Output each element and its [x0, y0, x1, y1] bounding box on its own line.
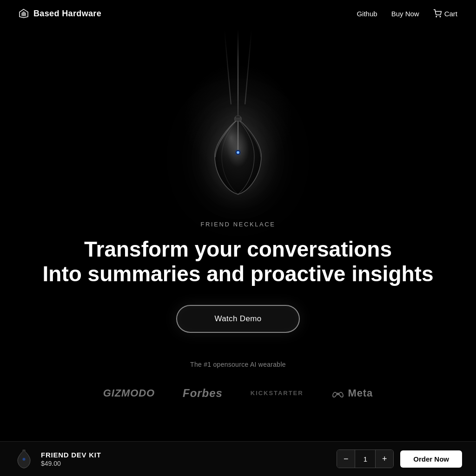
- product-thumbnail: [14, 449, 33, 469]
- logo-area[interactable]: Based Hardware: [19, 8, 101, 19]
- kickstarter-logo: KICKSTARTER: [251, 390, 304, 397]
- pendant-svg: [208, 114, 268, 196]
- brand-name: Based Hardware: [33, 9, 101, 19]
- product-details: FRIEND DEV KIT $49.00: [41, 451, 101, 467]
- nav-links: Github Buy Now Cart: [357, 9, 457, 18]
- product-thumb-icon: [16, 449, 32, 469]
- press-tagline: The #1 opensource AI wearable: [190, 361, 286, 368]
- headline-line1: Transform your conversations: [84, 237, 392, 261]
- order-now-button[interactable]: Order Now: [400, 450, 462, 468]
- buy-now-link[interactable]: Buy Now: [391, 10, 419, 18]
- svg-point-3: [440, 16, 441, 17]
- product-label: FRIEND NECKLACE: [43, 221, 434, 228]
- svg-point-9: [22, 458, 25, 461]
- product-price: $49.00: [41, 460, 101, 467]
- order-controls: − + Order Now: [337, 450, 462, 468]
- cart-icon: [433, 9, 442, 18]
- navbar: Based Hardware Github Buy Now Cart: [0, 0, 476, 27]
- brand-icon: [19, 8, 29, 19]
- qty-plus-button[interactable]: +: [376, 450, 393, 468]
- press-section: The #1 opensource AI wearable GIZMODO Fo…: [103, 361, 373, 400]
- product-info: FRIEND DEV KIT $49.00: [14, 449, 101, 469]
- headline-line2: Into summaries and proactive insights: [43, 262, 434, 286]
- cord-center: [238, 30, 238, 123]
- meta-icon: [331, 389, 344, 397]
- hero-section: FRIEND NECKLACE Transform your conversat…: [0, 0, 476, 400]
- hero-text: FRIEND NECKLACE Transform your conversat…: [43, 221, 434, 333]
- svg-point-6: [238, 152, 239, 153]
- product-image: [168, 30, 308, 207]
- svg-rect-8: [236, 116, 240, 118]
- press-logos: GIZMODO Forbes KICKSTARTER Meta: [103, 387, 373, 400]
- forbes-logo: Forbes: [183, 387, 223, 400]
- qty-input[interactable]: [355, 450, 376, 468]
- qty-minus-button[interactable]: −: [337, 450, 355, 468]
- gizmodo-logo: GIZMODO: [103, 387, 155, 399]
- cord-left: [224, 30, 231, 105]
- quantity-stepper: − +: [337, 450, 394, 468]
- github-link[interactable]: Github: [357, 10, 377, 18]
- pendant: [208, 114, 268, 198]
- hero-headline: Transform your conversations Into summar…: [43, 237, 434, 286]
- cart-label: Cart: [444, 10, 457, 18]
- watch-demo-button[interactable]: Watch Demo: [176, 305, 299, 333]
- meta-logo: Meta: [331, 387, 373, 399]
- cart-link[interactable]: Cart: [433, 9, 457, 18]
- bottom-bar: FRIEND DEV KIT $49.00 − + Order Now: [0, 441, 476, 476]
- svg-point-2: [436, 16, 437, 17]
- cord-right: [245, 30, 252, 105]
- svg-marker-1: [21, 11, 26, 16]
- svg-rect-10: [22, 450, 26, 451]
- product-name: FRIEND DEV KIT: [41, 451, 101, 459]
